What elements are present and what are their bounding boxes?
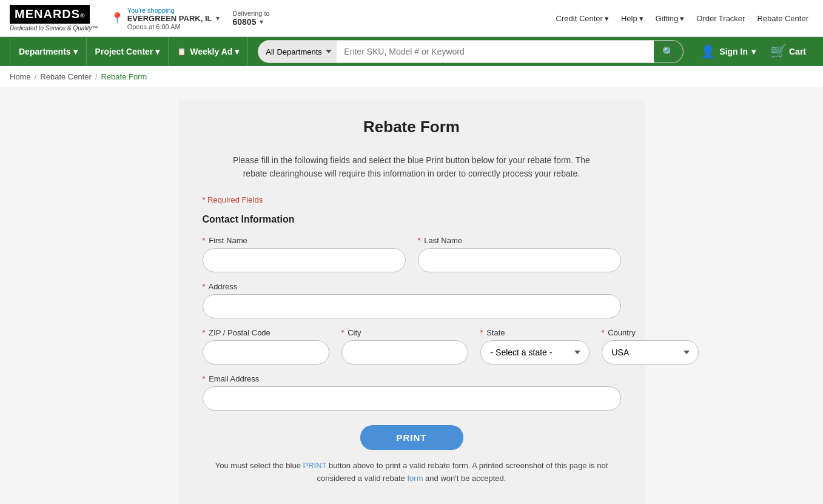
weekly-ad-label: Weekly Ad xyxy=(190,47,232,56)
country-select[interactable]: USA Canada xyxy=(602,340,699,365)
top-bar: MENARDS® Dedicated to Service & Quality™… xyxy=(0,0,823,37)
sign-in-label: Sign In xyxy=(719,47,748,56)
city-input[interactable] xyxy=(341,340,468,365)
zip-label: * ZIP / Postal Code xyxy=(203,328,329,337)
email-label: * Email Address xyxy=(203,374,621,383)
search-input[interactable] xyxy=(337,40,654,63)
last-name-group: * Last Name xyxy=(418,236,621,272)
departments-chevron: ▾ xyxy=(73,47,78,56)
breadcrumb-home[interactable]: Home xyxy=(10,72,31,81)
nav-bar: Departments ▾ Project Center ▾ 📋 Weekly … xyxy=(0,37,823,66)
sign-in-chevron: ▾ xyxy=(751,47,756,56)
project-center-chevron: ▾ xyxy=(155,47,160,56)
delivery-dropdown-btn[interactable]: ▾ xyxy=(258,18,264,26)
email-row: * Email Address xyxy=(203,374,621,411)
weekly-ad-chevron: ▾ xyxy=(235,47,239,56)
form-title: Rebate Form xyxy=(203,118,621,136)
delivery-zip: 60805 xyxy=(233,17,257,27)
section-title: Contact Information xyxy=(203,214,621,225)
print-note: You must select the blue PRINT button ab… xyxy=(203,460,621,485)
address-row: * Address xyxy=(203,282,621,318)
breadcrumb: Home / Rebate Center / Rebate Form xyxy=(0,66,823,87)
state-select[interactable]: - Select a state - Alabama Alaska Arizon… xyxy=(480,340,590,365)
store-name: EVERGREEN PARK, IL xyxy=(127,14,212,23)
location-row: * ZIP / Postal Code * City * State - Sel xyxy=(203,328,621,365)
country-label: * Country xyxy=(602,328,699,337)
name-row: * First Name * Last Name xyxy=(203,236,621,272)
store-info: 📍 You're shopping EVERGREEN PARK, IL ▾ O… xyxy=(110,7,221,30)
credit-center-chevron: ▾ xyxy=(605,14,609,23)
email-input[interactable] xyxy=(203,386,621,411)
logo-reg: ® xyxy=(80,13,84,19)
form-container: Rebate Form Please fill in the following… xyxy=(178,99,645,504)
location-icon: 📍 xyxy=(110,12,124,25)
gifting-link[interactable]: Gifting ▾ xyxy=(651,12,690,25)
project-center-nav[interactable]: Project Center ▾ xyxy=(87,37,169,66)
search-icon: 🔍 xyxy=(662,46,674,58)
logo-box: MENARDS® xyxy=(10,5,90,24)
cart-area[interactable]: 🛒 Cart xyxy=(763,44,813,59)
country-group: * Country USA Canada xyxy=(602,328,699,365)
city-label: * City xyxy=(341,328,468,337)
print-button[interactable]: PRINT xyxy=(360,425,463,450)
delivery-label: Delivering to xyxy=(233,10,270,17)
credit-center-link[interactable]: Credit Center ▾ xyxy=(551,12,614,25)
delivery-info: Delivering to 60805 ▾ xyxy=(233,10,270,27)
cart-label: Cart xyxy=(789,47,806,56)
shopping-label: You're shopping xyxy=(127,7,221,14)
departments-label: Departments xyxy=(19,47,71,56)
main-content: Rebate Form Please fill in the following… xyxy=(0,87,823,504)
department-select[interactable]: All Departments xyxy=(258,40,337,63)
project-center-label: Project Center xyxy=(95,47,153,56)
first-name-label: * First Name xyxy=(203,236,406,245)
breadcrumb-sep-2: / xyxy=(95,72,98,81)
logo-tagline: Dedicated to Service & Quality™ xyxy=(10,25,98,32)
email-group: * Email Address xyxy=(203,374,621,411)
logo-text: MENARDS xyxy=(15,7,80,21)
help-chevron: ▾ xyxy=(639,14,643,23)
zip-input[interactable] xyxy=(203,340,329,365)
user-icon: 👤 xyxy=(700,44,716,59)
last-name-label: * Last Name xyxy=(418,236,621,245)
store-dropdown-btn[interactable]: ▾ xyxy=(215,14,221,22)
store-hours: Opens at 6:00 AM xyxy=(127,23,221,30)
departments-nav[interactable]: Departments ▾ xyxy=(10,37,87,66)
address-input[interactable] xyxy=(203,294,621,318)
search-button[interactable]: 🔍 xyxy=(654,40,684,63)
rebate-center-link[interactable]: Rebate Center xyxy=(752,12,813,25)
order-tracker-link[interactable]: Order Tracker xyxy=(691,12,750,25)
logo-area: MENARDS® Dedicated to Service & Quality™ xyxy=(10,5,98,32)
first-name-input[interactable] xyxy=(203,248,406,272)
form-link: form xyxy=(407,474,423,483)
form-description: Please fill in the following fields and … xyxy=(230,153,594,181)
breadcrumb-sep-1: / xyxy=(35,72,37,81)
cart-icon: 🛒 xyxy=(770,44,787,59)
city-group: * City xyxy=(341,328,468,365)
breadcrumb-rebate-center[interactable]: Rebate Center xyxy=(40,72,92,81)
store-details: You're shopping EVERGREEN PARK, IL ▾ Ope… xyxy=(127,7,221,30)
top-right-nav: Credit Center ▾ Help ▾ Gifting ▾ Order T… xyxy=(551,12,813,25)
weekly-ad-icon: 📋 xyxy=(177,47,186,56)
help-link[interactable]: Help ▾ xyxy=(616,12,648,25)
address-group: * Address xyxy=(203,282,621,318)
weekly-ad-nav[interactable]: 📋 Weekly Ad ▾ xyxy=(169,37,248,66)
state-group: * State - Select a state - Alabama Alask… xyxy=(480,328,590,365)
sign-in-area[interactable]: 👤 Sign In ▾ xyxy=(693,44,763,59)
first-name-group: * First Name xyxy=(203,236,406,272)
zip-group: * ZIP / Postal Code xyxy=(203,328,329,365)
print-note-blue: PRINT xyxy=(303,461,327,470)
address-label: * Address xyxy=(203,282,621,291)
required-note: * Required Fields xyxy=(203,195,621,204)
breadcrumb-current: Rebate Form xyxy=(101,72,147,81)
state-label: * State xyxy=(480,328,590,337)
last-name-input[interactable] xyxy=(418,248,621,272)
gifting-chevron: ▾ xyxy=(680,14,684,23)
search-area: All Departments 🔍 xyxy=(258,40,684,63)
